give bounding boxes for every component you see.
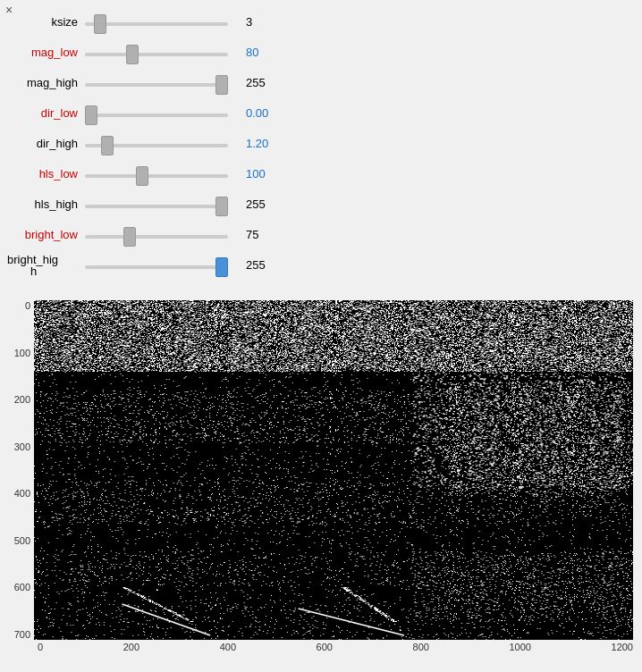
slider-bright_low[interactable] [85,235,228,239]
slider-row-hls_high: hls_high255 [9,191,624,216]
label-mag_high: mag_high [9,76,85,89]
y-tick: 300 [9,441,30,452]
y-tick: 600 [9,582,30,592]
x-tick: 600 [317,642,333,652]
x-tick: 0 [38,642,43,652]
x-tick: 800 [413,642,429,652]
slider-wrapper-hls_high [85,197,228,211]
slider-wrapper-dir_low [85,106,228,120]
image-canvas [34,300,633,640]
slider-row-bright_high: bright_high255 [9,252,624,277]
label-hls_high: hls_high [9,197,85,211]
value-mag_high: 255 [246,76,291,89]
y-tick: 500 [9,535,30,546]
label-bright_low: bright_low [9,228,85,241]
value-dir_low: 0.00 [246,106,291,120]
slider-row-dir_high: dir_high1.20 [9,130,624,155]
slider-row-hls_low: hls_low100 [9,161,624,186]
slider-ksize[interactable] [85,22,228,26]
value-mag_low: 80 [246,46,291,59]
slider-row-dir_low: dir_low0.00 [9,100,624,125]
label-ksize: ksize [9,15,85,29]
slider-row-ksize: ksize3 [9,9,624,34]
slider-bright_high[interactable] [85,265,228,269]
slider-wrapper-ksize [85,15,228,29]
x-tick: 400 [220,642,236,652]
y-tick: 0 [9,300,30,311]
close-button[interactable]: × [5,4,13,16]
label-dir_high: dir_high [9,137,85,150]
x-tick: 200 [123,642,139,652]
slider-wrapper-mag_low [85,46,228,59]
canvas-area [34,300,633,640]
y-tick: 200 [9,394,30,405]
value-dir_high: 1.20 [246,137,291,150]
slider-dir_low[interactable] [85,113,228,117]
slider-wrapper-mag_high [85,76,228,89]
value-bright_high: 255 [246,258,291,272]
value-hls_low: 100 [246,167,291,181]
x-tick: 1000 [509,642,530,652]
image-container: 0100200300400500600700 02004006008001000… [0,300,642,652]
label-dir_low: dir_low [9,106,85,120]
slider-row-bright_low: bright_low75 [9,222,624,247]
label-mag_low: mag_low [9,46,85,59]
slider-hls_low[interactable] [85,174,228,178]
slider-wrapper-bright_high [85,258,228,272]
label-hls_low: hls_low [9,167,85,181]
y-axis: 0100200300400500600700 [9,300,34,640]
slider-row-mag_high: mag_high255 [9,70,624,95]
controls-panel: ksize3mag_low80mag_high255dir_low0.00dir… [0,0,642,291]
y-tick: 400 [9,488,30,499]
slider-row-mag_low: mag_low80 [9,39,624,64]
slider-wrapper-dir_high [85,137,228,150]
slider-mag_low[interactable] [85,53,228,56]
x-tick: 1200 [612,642,633,652]
value-hls_high: 255 [246,197,291,211]
slider-dir_high[interactable] [85,144,228,147]
label-bright_high: bright_high [9,252,85,277]
value-ksize: 3 [246,15,291,29]
slider-hls_high[interactable] [85,205,228,208]
slider-wrapper-hls_low [85,167,228,181]
y-tick: 100 [9,348,30,358]
x-axis: 020040060080010001200 [38,640,633,652]
slider-mag_high[interactable] [85,83,228,87]
slider-wrapper-bright_low [85,228,228,241]
y-tick: 700 [9,629,30,640]
value-bright_low: 75 [246,228,291,241]
